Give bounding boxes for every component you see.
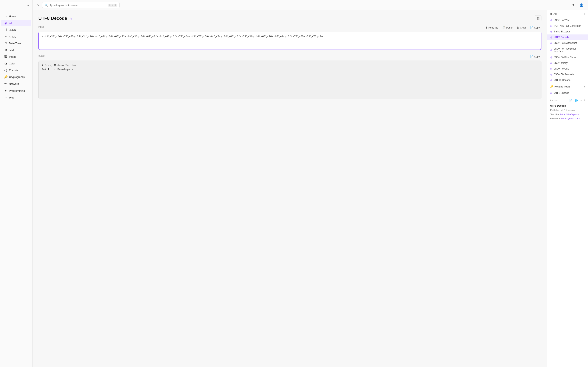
all-tools-section-title: ◉ All [550, 12, 557, 15]
output-copy-label: Copy [534, 55, 540, 58]
panel-item-string-escapes[interactable]: ◎ String Escapes [547, 29, 588, 34]
paste-icon: 📋 [502, 26, 506, 29]
related-tools-chevron: ▾ [584, 85, 585, 88]
page-header: UTF8 Decode ☆ ▥ [38, 15, 541, 21]
info-actions: 📄 🌐 ✓ ▾ [568, 99, 585, 102]
open-web-button[interactable]: 🌐 [574, 99, 579, 102]
panel-item-pgp-key-pair[interactable]: ◎ PGP Key Pair Generator [547, 23, 588, 29]
nav-label-json: JSON [9, 28, 16, 31]
nav-label-image: Image [9, 55, 16, 58]
panel-item-utf16-decode[interactable]: ◎ UTF16 Decode [547, 77, 588, 83]
panel-item-label-utf8-decode: UTF8 Decode [554, 36, 569, 39]
nav-icon-json: { } [4, 28, 7, 31]
input-section-header: input ⬆ Read file 📋 Paste 🗑 Clear [38, 25, 541, 30]
version-info: ℹ 1.0.0 [550, 99, 557, 102]
related-tools-section: 🔑 Related Tools ▾ ◎ UTF8 Encode [547, 83, 588, 96]
related-tools-icon: 🔑 [550, 85, 553, 88]
nav-label-home: Home [9, 15, 16, 18]
sidebar-item-all[interactable]: ◉ All [1, 20, 31, 26]
input-copy-icon: 📄 [530, 26, 533, 29]
nav-icon-datetime: □ [4, 42, 7, 45]
panel-item-label-json-to-sarcastic: JSON To Sarcastic [554, 73, 574, 76]
sidebar-item-yaml[interactable]: ≡ YAML [1, 33, 31, 40]
sidebar-item-network[interactable]: 〜 Network [1, 80, 31, 87]
main-content: UTF8 Decode ☆ ▥ input ⬆ Read file 📋 [33, 10, 547, 367]
share-button[interactable]: ⬆ [570, 2, 576, 8]
info-icon: ℹ [550, 99, 551, 102]
sidebar-item-programming[interactable]: ✦ Programming [1, 87, 31, 94]
sidebar-item-color[interactable]: ◑ Color [1, 60, 31, 67]
tool-link[interactable]: https://t.he3app.co... [561, 113, 581, 116]
sidebar-item-image[interactable]: 🖼 Image [1, 53, 31, 60]
nav-icon-color: ◑ [4, 62, 7, 65]
tool-link-label: Tool Link: [550, 113, 560, 116]
copy-tool-link-button[interactable]: 📄 [568, 99, 573, 102]
panel-item-utf8-decode[interactable]: ◎ UTF8 Decode [547, 34, 588, 40]
sidebar-nav: ⌂ Home◉ All{ } JSON≡ YAML□ Date/TimeTt T… [0, 11, 33, 367]
panel-item-json-to-yaml[interactable]: ◎ JSON To YAML [547, 17, 588, 23]
panel-item-json-to-pike[interactable]: ◎ JSON To Pike Class [547, 54, 588, 60]
info-chevron: ▾ [584, 99, 585, 102]
layout-toggle-button[interactable]: ▥ [535, 15, 541, 21]
panel-item-icon-json-to-csv: ◎ [550, 67, 552, 70]
panel-item-icon-string-escapes: ◎ [550, 30, 552, 33]
nav-label-encode: Encode [9, 69, 18, 72]
search-input[interactable] [50, 4, 107, 7]
paste-button[interactable]: 📋 Paste [501, 25, 514, 30]
related-tools-list: ◎ UTF8 Encode [547, 90, 588, 96]
sidebar-item-encode[interactable]: { } Encode [1, 67, 31, 73]
sidebar-item-text[interactable]: Tt Text [1, 47, 31, 53]
panel-item-json-to-csv[interactable]: ◎ JSON To CSV [547, 66, 588, 72]
sidebar-item-cryptography[interactable]: 🔑 Cryptography [1, 74, 31, 80]
collapse-sidebar-button[interactable]: « [26, 3, 30, 8]
related-tools-section-header[interactable]: 🔑 Related Tools ▾ [547, 83, 588, 90]
panel-item-label-json-to-csv: JSON To CSV [554, 67, 570, 70]
panel-item-label-json-to-yaml: JSON To YAML [554, 19, 571, 22]
panel-item-json-minify[interactable]: ◎ JSON Minify [547, 60, 588, 66]
output-copy-button[interactable]: 📄 Copy [528, 54, 541, 59]
panel-item-json-to-typescript[interactable]: ◎ JSON To TypeScript Interface [547, 46, 588, 54]
search-icon: 🔍 [45, 3, 48, 7]
favorite-button[interactable]: ☆ [69, 16, 72, 21]
read-file-button[interactable]: ⬆ Read file [484, 25, 500, 30]
topbar: ⌂ 🔍 ⌘ + K ⬆ 👤 [33, 0, 588, 10]
content-area: UTF8 Decode ☆ ▥ input ⬆ Read file 📋 [33, 10, 588, 367]
clear-label: Clear [520, 26, 526, 29]
sidebar-item-json[interactable]: { } JSON [1, 26, 31, 33]
home-button[interactable]: ⌂ [35, 2, 40, 8]
nav-icon-programming: ✦ [4, 89, 7, 92]
panel-item-icon-json-to-pike: ◎ [550, 56, 552, 59]
related-item-label-utf8-encode: UTF8 Encode [554, 92, 569, 94]
tool-name-info: UTF8 Decode [550, 104, 585, 108]
check-button[interactable]: ✓ [579, 99, 583, 102]
output-section-header: output 📄 Copy [38, 54, 541, 59]
all-tools-list: ◎ JSON To YAML◎ PGP Key Pair Generator◎ … [547, 17, 588, 83]
related-item-icon-utf8-encode: ◎ [550, 92, 552, 94]
input-textarea[interactable] [38, 32, 541, 50]
input-copy-button[interactable]: 📄 Copy [528, 25, 541, 30]
panel-item-json-to-swift[interactable]: ◎ JSON To Swift Struct [547, 40, 588, 46]
panel-item-icon-json-to-yaml: ◎ [550, 19, 552, 22]
sidebar-item-datetime[interactable]: □ Date/Time [1, 40, 31, 47]
feedback-label: Feedback: [550, 117, 561, 120]
info-section: ℹ 1.0.0 📄 🌐 ✓ ▾ UTF8 Decode Published at… [547, 96, 588, 124]
sidebar-item-home[interactable]: ⌂ Home [1, 13, 31, 20]
all-tools-section-header[interactable]: ◉ All ▾ [547, 10, 588, 17]
feedback-link[interactable]: https://github.com/... [561, 117, 581, 120]
panel-item-icon-utf16-decode: ◎ [550, 79, 552, 82]
panel-item-icon-pgp-key-pair: ◎ [550, 25, 552, 27]
nav-label-all: All [9, 22, 12, 25]
output-textarea[interactable] [38, 60, 541, 99]
panel-item-json-to-sarcastic[interactable]: ◎ JSON To Sarcastic [547, 72, 588, 77]
nav-icon-yaml: ≡ [4, 35, 7, 38]
nav-label-cryptography: Cryptography [9, 75, 25, 78]
panel-item-icon-json-to-typescript: ◎ [550, 49, 552, 52]
output-copy-icon: 📄 [530, 55, 533, 58]
clear-button[interactable]: 🗑 Clear [515, 25, 527, 30]
sidebar-item-web[interactable]: ○ Web [1, 94, 31, 101]
panel-item-label-json-to-swift: JSON To Swift Struct [554, 42, 577, 44]
user-button[interactable]: 👤 [578, 2, 585, 8]
input-label: input [38, 25, 44, 28]
nav-icon-encode: { } [4, 68, 7, 72]
related-item-utf8-encode[interactable]: ◎ UTF8 Encode [547, 90, 588, 96]
